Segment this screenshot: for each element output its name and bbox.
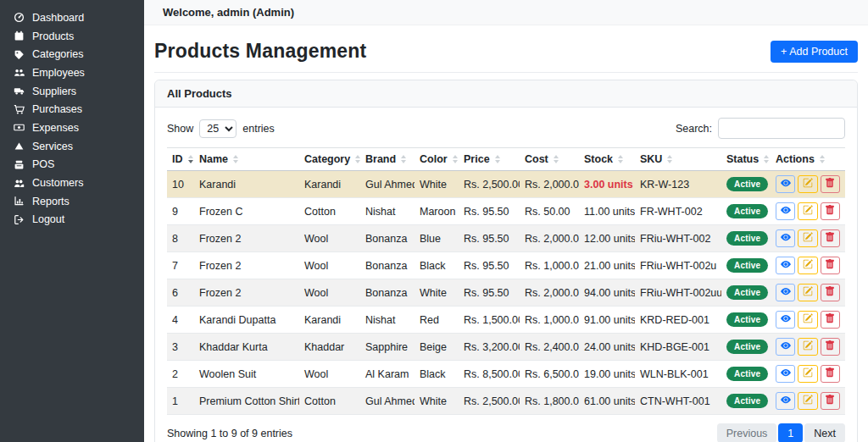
column-header-sku[interactable]: SKU [635,148,721,171]
column-header-status[interactable]: Status [721,148,771,171]
sidebar-item-label: Services [32,141,73,152]
page-length-select[interactable]: 25 [199,119,236,138]
cell-category: Cotton [299,388,360,415]
cell-id: 9 [167,198,194,225]
column-header-brand[interactable]: Brand [360,148,415,171]
pagination-next-button[interactable]: Next [804,423,845,442]
cell-sku: FRiu-WHT-002uuu [635,279,721,307]
delete-button[interactable] [821,257,840,274]
add-product-button[interactable]: + Add Product [771,41,858,63]
column-header-stock[interactable]: Stock [579,148,635,171]
cell-stock: 3.00 units [579,171,635,198]
view-button[interactable] [776,365,795,383]
employees-icon [13,67,25,78]
sidebar-item-customers[interactable]: Customers [0,174,144,192]
cell-status: Active [721,252,771,279]
sort-icon [453,155,458,163]
column-header-cost[interactable]: Cost [520,148,579,171]
pagination-previous-button[interactable]: Previous [717,423,777,442]
search-input[interactable] [718,118,845,139]
delete-button[interactable] [821,338,840,356]
view-button[interactable] [776,257,795,274]
sort-icon [233,155,238,163]
cell-cost: Rs. 2,400.00 [520,334,579,361]
cell-stock: 11.00 units [579,198,635,225]
column-header-id[interactable]: ID [167,148,194,171]
cell-cost: Rs. 1,000.00 [520,252,579,279]
column-header-category[interactable]: Category [299,148,360,171]
sidebar: DashboardProductsCategoriesEmployeesSupp… [0,0,144,442]
trash-icon [825,259,835,272]
cell-price: Rs. 2,500.00 [459,171,520,198]
column-header-actions[interactable]: Actions [771,148,845,171]
view-button[interactable] [776,311,795,329]
pencil-icon [803,259,813,272]
table-controls: Show 25 entries Search: [167,118,845,139]
trash-icon [825,205,835,218]
delete-button[interactable] [821,392,840,410]
cell-sku: WLN-BLK-001 [635,361,721,388]
services-icon [13,141,25,152]
cell-category: Karandi [299,171,360,198]
delete-button[interactable] [821,284,840,301]
sidebar-item-reports[interactable]: Reports [0,192,144,211]
view-button[interactable] [776,229,795,247]
view-button[interactable] [776,175,795,193]
trash-icon [825,313,835,326]
delete-button[interactable] [821,229,840,247]
delete-button[interactable] [821,311,840,329]
sidebar-item-suppliers[interactable]: Suppliers [0,82,144,101]
view-button[interactable] [776,284,795,301]
edit-button[interactable] [798,365,817,383]
delete-button[interactable] [821,175,840,193]
edit-button[interactable] [798,338,817,356]
column-header-price[interactable]: Price [459,148,520,171]
purchases-icon [13,104,25,115]
sidebar-item-dashboard[interactable]: Dashboard [0,8,144,27]
view-button[interactable] [776,392,795,410]
cell-color: Blue [415,225,459,252]
sidebar-item-logout[interactable]: Logout [0,211,144,229]
table-header-row: IDNameCategoryBrandColorPriceCostStockSK… [167,148,845,171]
table-footer: Showing 1 to 9 of 9 entries Previous 1 N… [167,423,845,442]
sort-icon [820,155,825,163]
view-button[interactable] [776,338,795,356]
trash-icon [825,178,835,191]
sidebar-item-services[interactable]: Services [0,137,144,156]
cell-brand: Bonanza [360,252,415,279]
sidebar-item-products[interactable]: Products [0,27,144,46]
cell-actions [771,361,845,388]
sidebar-item-pos[interactable]: POS [0,156,144,174]
sidebar-item-purchases[interactable]: Purchases [0,100,144,119]
cell-cost: Rs. 2,000.00 [520,171,579,198]
status-badge: Active [726,367,768,381]
sidebar-item-employees[interactable]: Employees [0,64,144,82]
edit-button[interactable] [798,229,817,247]
pagination-page-1-button[interactable]: 1 [778,423,803,442]
topbar: Welcome, admin (Admin) [144,0,868,25]
pencil-icon [803,286,813,299]
pencil-icon [803,340,813,353]
cell-brand: Nishat [360,198,415,225]
sidebar-item-label: Purchases [32,103,82,115]
edit-button[interactable] [798,311,817,329]
sidebar-item-expenses[interactable]: Expenses [0,119,144,137]
sidebar-item-categories[interactable]: Categories [0,45,144,64]
delete-button[interactable] [821,202,840,220]
status-badge: Active [726,258,768,273]
view-button[interactable] [776,202,795,220]
edit-button[interactable] [798,202,817,220]
edit-button[interactable] [798,257,817,274]
delete-button[interactable] [821,365,840,383]
edit-button[interactable] [798,175,817,193]
cell-actions [771,307,845,334]
edit-button[interactable] [798,284,817,301]
edit-button[interactable] [798,392,817,410]
cell-stock: 61.00 units [579,388,635,415]
table-row: 8Frozen 2WoolBonanzaBlueRs. 95.50Rs. 2,0… [167,225,845,252]
cell-status: Active [721,198,771,225]
column-header-name[interactable]: Name [194,148,299,171]
entries-label: entries [242,123,275,135]
pencil-icon [803,178,813,191]
column-header-color[interactable]: Color [415,148,459,171]
